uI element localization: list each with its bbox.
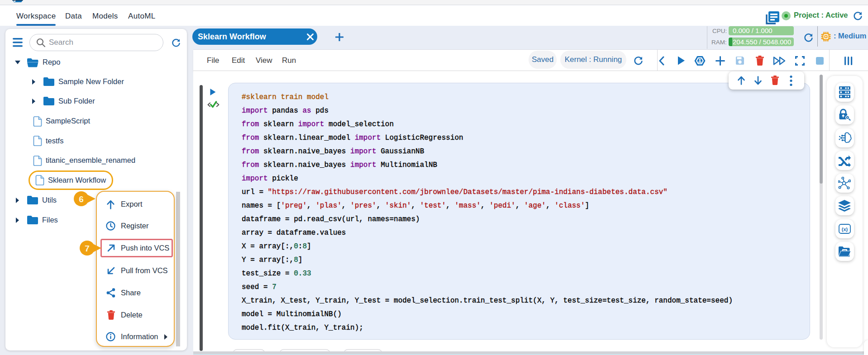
svg-text:7: 7 (85, 244, 90, 253)
svg-text:6: 6 (79, 194, 84, 204)
svg-text:(x): (x) (842, 227, 848, 232)
